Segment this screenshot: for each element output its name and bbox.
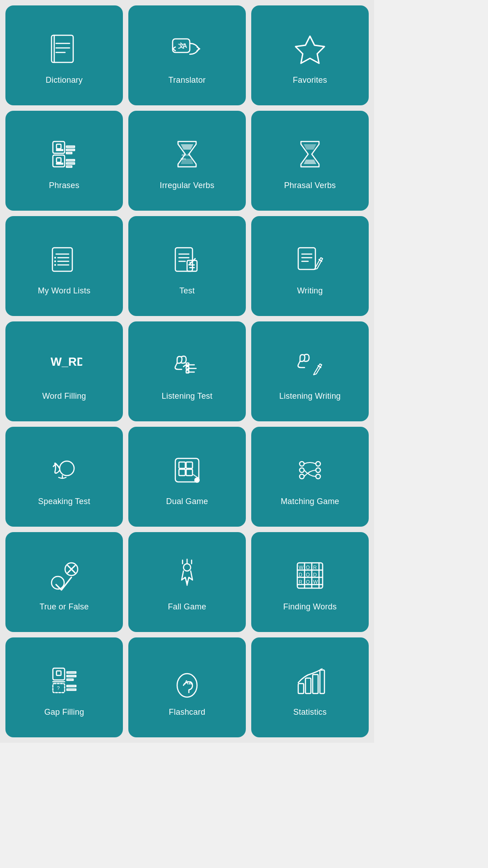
svg-rect-17 (66, 152, 72, 154)
card-favorites[interactable]: Favorites (251, 5, 369, 105)
svg-point-50 (60, 461, 74, 476)
svg-point-68 (183, 564, 191, 571)
svg-point-25 (54, 257, 56, 259)
my-word-lists-icon (44, 239, 84, 280)
svg-rect-89 (56, 671, 61, 675)
svg-text:?: ? (57, 685, 60, 691)
svg-rect-20 (66, 166, 72, 167)
svg-rect-101 (305, 678, 311, 693)
card-listening-writing[interactable]: Listening Writing (251, 321, 369, 421)
phrases-icon (44, 134, 84, 175)
card-dictionary[interactable]: Dictionary (5, 5, 123, 105)
svg-rect-53 (179, 462, 185, 468)
true-or-false-label: True or False (40, 602, 89, 612)
fall-game-icon (167, 555, 207, 596)
dual-game-label: Dual Game (166, 497, 208, 506)
dictionary-label: Dictionary (46, 75, 83, 85)
svg-text:O: O (306, 565, 310, 570)
svg-rect-102 (313, 675, 318, 693)
flashcard-label: Flashcard (169, 708, 206, 717)
card-speaking-test[interactable]: Speaking Test (5, 427, 123, 527)
listening-test-label: Listening Test (162, 392, 213, 401)
svg-text:W_RD: W_RD (51, 355, 82, 368)
translator-icon: 文A (167, 28, 207, 69)
card-dual-game[interactable]: Dual Game (128, 427, 246, 527)
my-word-lists-label: My Word Lists (38, 286, 90, 296)
svg-line-49 (318, 366, 321, 368)
card-statistics[interactable]: Statistics (251, 637, 369, 737)
svg-rect-94 (67, 675, 76, 677)
card-finding-words[interactable]: WORDODROWFinding Words (251, 532, 369, 632)
svg-rect-48 (186, 370, 189, 373)
svg-point-27 (54, 260, 56, 262)
svg-rect-13 (56, 158, 61, 162)
svg-rect-18 (66, 160, 75, 161)
card-listening-test[interactable]: Listening Test (128, 321, 246, 421)
card-writing[interactable]: Writing (251, 216, 369, 316)
svg-text:W: W (313, 579, 318, 585)
svg-rect-96 (67, 685, 76, 687)
statistics-icon (290, 660, 330, 701)
writing-icon (290, 239, 330, 280)
finding-words-label: Finding Words (283, 602, 337, 612)
favorites-label: Favorites (293, 75, 327, 85)
svg-rect-10 (56, 144, 61, 149)
svg-rect-11 (56, 150, 63, 151)
svg-rect-54 (186, 462, 192, 468)
svg-rect-88 (53, 668, 65, 680)
listening-test-icon (167, 344, 207, 385)
svg-text:D: D (313, 572, 317, 577)
svg-text:Aa: Aa (184, 679, 192, 686)
matching-game-label: Matching Game (281, 497, 339, 506)
card-flashcard[interactable]: AaFlashcard (128, 637, 246, 737)
speaking-test-icon (44, 450, 84, 491)
svg-text:R: R (313, 565, 317, 570)
svg-rect-97 (67, 689, 76, 690)
svg-rect-12 (53, 155, 65, 167)
card-my-word-lists[interactable]: My Word Lists (5, 216, 123, 316)
svg-rect-19 (66, 163, 75, 164)
card-test[interactable]: Test (128, 216, 246, 316)
card-true-or-false[interactable]: True or False (5, 532, 123, 632)
true-or-false-icon (44, 555, 84, 596)
phrasal-verbs-icon (290, 134, 330, 175)
card-gap-filling[interactable]: ?Gap Filling (5, 637, 123, 737)
svg-rect-103 (320, 670, 324, 693)
svg-point-29 (54, 264, 56, 266)
svg-rect-23 (52, 248, 72, 271)
card-fall-game[interactable]: Fall Game (128, 532, 246, 632)
card-matching-game[interactable]: Matching Game (251, 427, 369, 527)
word-filling-icon: W_RD (44, 344, 84, 385)
svg-rect-93 (67, 672, 76, 673)
listening-writing-icon (290, 344, 330, 385)
card-word-filling[interactable]: W_RDWord Filling (5, 321, 123, 421)
card-phrasal-verbs[interactable]: Phrasal Verbs (251, 111, 369, 211)
flashcard-icon: Aa (167, 660, 207, 701)
svg-text:A: A (183, 42, 187, 49)
card-translator[interactable]: 文ATranslator (128, 5, 246, 105)
svg-text:W: W (299, 565, 304, 570)
card-irregular-verbs[interactable]: abcdefghijIrregular Verbs (128, 111, 246, 211)
favorites-icon (290, 28, 330, 69)
svg-rect-9 (53, 142, 65, 153)
irregular-verbs-icon: abcdefghij (167, 134, 207, 175)
gap-filling-label: Gap Filling (44, 708, 84, 717)
phrasal-verbs-label: Phrasal Verbs (284, 181, 336, 190)
svg-text:R: R (299, 579, 302, 585)
svg-rect-16 (66, 149, 75, 151)
card-phrases[interactable]: Phrases (5, 111, 123, 211)
speaking-test-label: Speaking Test (38, 497, 90, 506)
svg-rect-15 (66, 146, 75, 147)
svg-point-61 (316, 462, 320, 466)
dual-game-icon (167, 450, 207, 491)
main-grid: Dictionary文ATranslatorFavoritesPhrasesab… (0, 0, 374, 743)
translator-label: Translator (169, 75, 206, 85)
svg-point-60 (300, 474, 304, 479)
dictionary-icon (44, 28, 84, 69)
test-icon (167, 239, 207, 280)
svg-rect-100 (298, 684, 304, 693)
svg-rect-14 (56, 163, 63, 164)
svg-rect-38 (298, 248, 315, 269)
phrases-label: Phrases (49, 181, 79, 190)
svg-marker-8 (296, 36, 324, 63)
